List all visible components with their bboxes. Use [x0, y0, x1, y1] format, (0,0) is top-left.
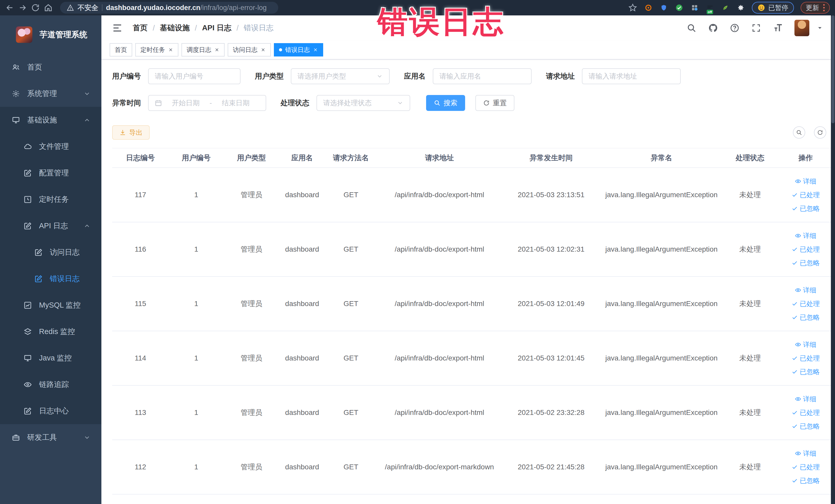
cell-url: /api/infra/db-doc/export-html: [376, 385, 502, 440]
detail-link[interactable]: 详细: [795, 340, 816, 349]
user-id-input[interactable]: 请输入用户编号: [148, 68, 241, 84]
help-icon[interactable]: [730, 23, 739, 33]
sidebar-item-scheduled-tasks[interactable]: 定时任务: [0, 186, 101, 213]
close-icon[interactable]: [168, 47, 173, 53]
paused-profile-button[interactable]: 已暂停: [752, 2, 794, 14]
sidebar-item-log-center[interactable]: 日志中心: [0, 398, 101, 424]
sidebar-item-mysql-monitor[interactable]: MySQL 监控: [0, 292, 101, 318]
sidebar-item-redis-monitor[interactable]: Redis 监控: [0, 318, 101, 345]
processed-link[interactable]: 已处理: [792, 190, 820, 200]
hide-search-button[interactable]: [793, 126, 805, 139]
ignored-link[interactable]: 已忽略: [792, 313, 820, 322]
cell-user_type: 管理员: [224, 277, 279, 331]
reset-button[interactable]: 重置: [475, 95, 514, 111]
tab-label: 调度日志: [187, 46, 211, 54]
extensions-puzzle-icon[interactable]: [736, 3, 745, 12]
action-label: 已处理: [800, 463, 820, 472]
ignored-link[interactable]: 已忽略: [792, 204, 820, 213]
sidebar-item-access-log[interactable]: 访问日志: [0, 239, 101, 265]
app-name-label: 应用名: [404, 72, 426, 81]
action-label: 详细: [803, 177, 816, 186]
exception-time-range-picker[interactable]: 开始日期 - 结束日期: [148, 95, 266, 111]
processed-link[interactable]: 已处理: [792, 245, 820, 254]
sidebar-item-label: Java 监控: [39, 353, 72, 363]
table-row: 1161管理员dashboardGET/api/infra/db-doc/exp…: [112, 222, 834, 277]
extension-target-icon[interactable]: [644, 3, 653, 12]
request-url-input[interactable]: 请输入请求地址: [582, 68, 681, 84]
user-menu-caret-icon[interactable]: [816, 25, 823, 31]
app-name-input[interactable]: 请输入应用名: [433, 68, 532, 84]
cloud-icon: [24, 142, 32, 151]
sidebar-item-trace[interactable]: 链路追踪: [0, 371, 101, 398]
placeholder: 请输入用户编号: [155, 72, 203, 81]
detail-link[interactable]: 详细: [795, 286, 816, 295]
scrollbar-thumb[interactable]: [831, 15, 834, 123]
tab-dispatch-log[interactable]: 调度日志: [182, 43, 225, 57]
user-id-label: 用户编号: [112, 72, 141, 81]
sidebar-logo[interactable]: 芋道管理系统: [0, 15, 101, 54]
extension-toggle-icon[interactable]: off: [706, 3, 714, 12]
detail-link[interactable]: 详细: [795, 449, 816, 458]
sidebar-item-error-log[interactable]: 错误日志: [0, 265, 101, 292]
search-icon[interactable]: [687, 23, 696, 33]
sidebar-item-file-management[interactable]: 文件管理: [0, 133, 101, 160]
extension-shield-icon[interactable]: [659, 3, 668, 12]
back-icon[interactable]: [5, 3, 14, 12]
browser-update-button[interactable]: 更新: [801, 2, 830, 14]
cell-exception: java.lang.IllegalArgumentException: [600, 277, 723, 331]
bookmark-star-icon[interactable]: [628, 3, 637, 12]
avatar[interactable]: [794, 20, 809, 36]
sidebar: 芋道管理系统 首页 系统管理 基础设施: [0, 15, 101, 504]
ignored-link[interactable]: 已忽略: [792, 367, 820, 377]
extension-leaf-icon[interactable]: [721, 3, 730, 12]
search-button[interactable]: 搜索: [426, 95, 465, 111]
processed-link[interactable]: 已处理: [792, 463, 820, 472]
export-button[interactable]: 导出: [112, 125, 150, 140]
user-type-select[interactable]: 请选择用户类型: [291, 68, 390, 84]
sidebar-item-api-log[interactable]: API 日志: [0, 213, 101, 239]
process-status-select[interactable]: 请选择处理状态: [317, 95, 410, 111]
detail-link[interactable]: 详细: [795, 177, 816, 186]
sidebar-item-config-management[interactable]: 配置管理: [0, 160, 101, 186]
scrollbar[interactable]: [831, 15, 835, 504]
github-icon[interactable]: [708, 23, 718, 33]
sidebar-item-dev-tools[interactable]: 研发工具: [0, 424, 101, 450]
ignored-link[interactable]: 已忽略: [792, 422, 820, 431]
breadcrumb-item[interactable]: API 日志: [202, 23, 231, 33]
address-bar[interactable]: 不安全 dashboard.yudao.iocoder.cn/infra/log…: [60, 2, 278, 14]
processed-link[interactable]: 已处理: [792, 354, 820, 363]
reload-icon[interactable]: [31, 3, 40, 12]
ignored-link[interactable]: 已忽略: [792, 259, 820, 267]
detail-link[interactable]: 详细: [795, 231, 816, 240]
breadcrumb-item[interactable]: 首页: [133, 23, 148, 33]
smiley-avatar-icon: [757, 4, 765, 12]
tab-error-log[interactable]: 错误日志: [274, 43, 323, 57]
sidebar-item-infrastructure[interactable]: 基础设施: [0, 107, 101, 133]
placeholder: 请输入请求地址: [589, 72, 637, 81]
cell-time: 2021-05-03 12:02:31: [502, 222, 600, 277]
hamburger-icon[interactable]: [112, 23, 122, 33]
forward-icon[interactable]: [18, 3, 27, 12]
sidebar-item-java-monitor[interactable]: Java 监控: [0, 345, 101, 371]
extension-check-icon[interactable]: [675, 3, 684, 12]
sidebar-item-system-management[interactable]: 系统管理: [0, 80, 101, 107]
browser-home-icon[interactable]: [44, 3, 53, 12]
detail-link[interactable]: 详细: [795, 395, 816, 404]
tab-access-log[interactable]: 访问日志: [228, 43, 271, 57]
close-icon[interactable]: [313, 47, 318, 53]
processed-link[interactable]: 已处理: [792, 299, 820, 308]
download-icon: [119, 129, 126, 136]
end-date-placeholder: 结束日期: [212, 98, 260, 107]
extension-grid-icon[interactable]: [690, 3, 699, 12]
close-icon[interactable]: [214, 47, 220, 53]
sidebar-item-home[interactable]: 首页: [0, 54, 101, 80]
refresh-table-button[interactable]: [814, 126, 826, 139]
tab-home[interactable]: 首页: [109, 43, 132, 57]
ignored-link[interactable]: 已忽略: [792, 476, 820, 485]
close-icon[interactable]: [261, 47, 266, 53]
fullscreen-icon[interactable]: [751, 23, 761, 33]
font-size-icon[interactable]: [773, 23, 782, 33]
breadcrumb-item[interactable]: 基础设施: [160, 23, 190, 33]
tab-scheduled-tasks[interactable]: 定时任务: [135, 43, 178, 57]
processed-link[interactable]: 已处理: [792, 408, 820, 417]
